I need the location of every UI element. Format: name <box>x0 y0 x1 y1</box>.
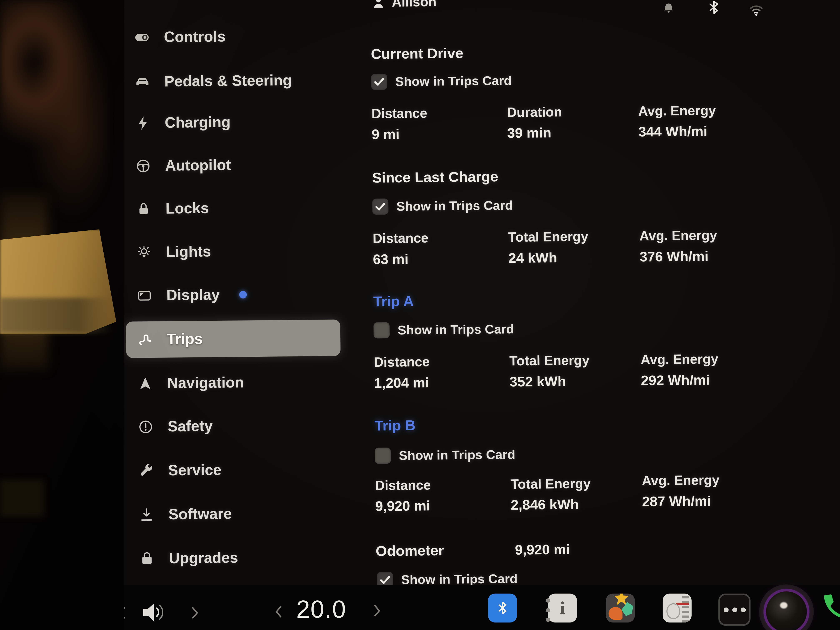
sidebar-item-trips[interactable]: Trips <box>137 328 203 351</box>
sidebar-item-software[interactable]: Software <box>138 503 232 526</box>
light-bulb-icon <box>136 244 152 261</box>
checkbox[interactable] <box>374 447 391 464</box>
section-trip-b: Trip B Show in Trips Card Distance 9,920… <box>374 414 803 418</box>
sidebar-item-display[interactable]: Display <box>136 284 247 306</box>
camera-lens <box>766 592 807 630</box>
sidebar-item-locks[interactable]: Locks <box>136 197 209 219</box>
picture-frame-reflection <box>0 0 107 225</box>
check-icon <box>379 573 392 586</box>
show-in-trips-card-row[interactable]: Show in Trips Card <box>372 197 513 215</box>
section-current-drive: Current Drive Show in Trips Card Distanc… <box>371 42 799 46</box>
display-icon <box>136 287 153 304</box>
section-title: Current Drive <box>371 45 463 63</box>
show-in-trips-card-row[interactable]: Show in Trips Card <box>374 321 514 338</box>
display-notification-dot <box>239 291 246 298</box>
stat-avg-energy: Avg. Energy 292 Wh/mi <box>641 351 770 389</box>
sidebar-item-pedals-steering[interactable]: Pedals & Steering <box>134 70 292 93</box>
sidebar-item-safety[interactable]: Safety <box>137 415 213 438</box>
route-icon <box>137 332 153 348</box>
photo-of-tesla-screen: Allison Controls Pedals & Steering <box>0 0 840 630</box>
dim-reflection-patch <box>0 480 44 516</box>
toybox-app-icon[interactable] <box>606 594 635 622</box>
checkbox[interactable] <box>372 199 388 215</box>
padlock-icon <box>136 201 152 217</box>
wrench-icon <box>138 463 154 479</box>
check-icon <box>374 200 387 213</box>
stat-distance: Distance 63 mi <box>373 230 502 268</box>
volume-up-chevron-icon[interactable] <box>189 606 201 619</box>
alert-circle-icon <box>137 419 154 435</box>
bluetooth-icon[interactable] <box>705 0 723 16</box>
stat-total-energy: Total Energy 2,846 kWh <box>510 475 639 513</box>
stat-distance: Distance 9 mi <box>371 105 501 143</box>
odometer-label: Odometer <box>376 543 444 560</box>
launcher-bar: 20.0 i <box>110 585 840 630</box>
checkbox[interactable] <box>371 74 387 90</box>
car-icon <box>134 74 151 90</box>
stat-distance: Distance 1,204 mi <box>374 353 503 392</box>
cabin-temperature[interactable]: 20.0 <box>296 595 346 624</box>
section-trip-a: Trip A Show in Trips Card Distance 1,204… <box>373 289 802 294</box>
tesla-touchscreen: Allison Controls Pedals & Steering <box>110 0 840 630</box>
profile-name: Allison <box>392 0 436 10</box>
bell-icon[interactable] <box>661 1 676 17</box>
person-icon <box>371 0 385 9</box>
stat-avg-energy: Avg. Energy 287 Wh/mi <box>642 472 771 510</box>
owners-manual-app-icon[interactable]: i <box>548 594 577 622</box>
sidebar-item-upgrades[interactable]: Upgrades <box>139 547 238 569</box>
temp-down-chevron-icon[interactable] <box>273 605 284 618</box>
section-title: Since Last Charge <box>372 169 499 186</box>
odometer-value: 9,920 mi <box>515 541 570 558</box>
checkbox[interactable] <box>374 322 390 338</box>
section-title: Trip B <box>374 417 415 434</box>
section-title: Trip A <box>373 293 414 310</box>
show-in-trips-card-row[interactable]: Show in Trips Card <box>374 447 515 464</box>
stat-total-energy: Total Energy 352 kWh <box>509 352 638 390</box>
sidebar-item-navigation[interactable]: Navigation <box>137 372 244 395</box>
stat-total-energy: Total Energy 24 kWh <box>508 228 637 267</box>
section-since-last-charge: Since Last Charge Show in Trips Card Dis… <box>372 166 801 170</box>
radio-app-icon[interactable] <box>663 594 692 622</box>
stat-avg-energy: Avg. Energy 376 Wh/mi <box>639 227 768 265</box>
wifi-icon[interactable] <box>747 0 765 18</box>
check-icon <box>373 75 385 88</box>
steering-wheel-icon <box>135 158 151 174</box>
sidebar-item-lights[interactable]: Lights <box>136 241 211 263</box>
download-icon <box>138 507 155 523</box>
sidebar-item-service[interactable]: Service <box>138 459 221 482</box>
photo-background <box>0 0 125 630</box>
phone-icon <box>819 587 840 627</box>
show-in-trips-card-row[interactable]: Show in Trips Card <box>371 73 512 90</box>
app-launcher-icon[interactable] <box>718 594 750 625</box>
stat-duration: Duration 39 min <box>507 104 636 142</box>
bag-icon <box>139 551 155 567</box>
stat-distance: Distance 9,920 mi <box>375 477 504 515</box>
temp-up-chevron-icon[interactable] <box>371 605 383 617</box>
toggle-icon <box>134 29 150 46</box>
lightning-icon <box>134 115 151 131</box>
bluetooth-app-icon[interactable] <box>488 594 517 622</box>
sidebar-item-controls[interactable]: Controls <box>134 26 226 48</box>
driver-profile-button[interactable]: Allison <box>371 0 437 10</box>
sidebar-item-autopilot[interactable]: Autopilot <box>135 155 231 177</box>
furniture-band <box>0 298 112 333</box>
stat-avg-energy: Avg. Energy 344 Wh/mi <box>638 102 767 141</box>
sidebar-item-charging[interactable]: Charging <box>134 112 231 134</box>
nav-arrow-icon <box>137 376 153 392</box>
speaker-icon[interactable] <box>140 599 168 626</box>
